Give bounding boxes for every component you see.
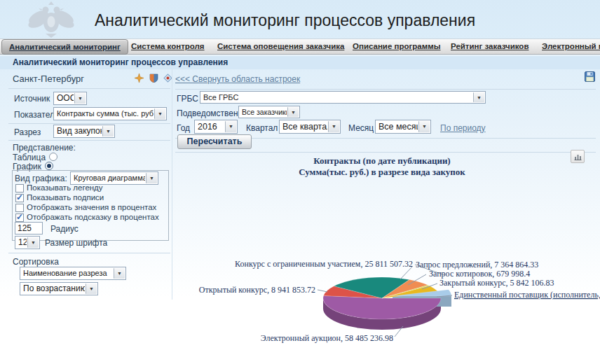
chevron-down-icon: ▼ bbox=[146, 173, 157, 183]
chevron-down-icon: ▼ bbox=[27, 237, 39, 248]
chevron-down-icon: ▼ bbox=[114, 268, 125, 279]
checkbox-tooltip-percent-label: Отображать подсказку в процентах bbox=[27, 213, 159, 221]
pie-slice-label[interactable]: Единственный поставщик (исполнитель, под… bbox=[454, 290, 600, 300]
year-select[interactable]: 2016 ▼ bbox=[194, 120, 238, 134]
pie-slice-label: Открытый конкурс, 8 941 853.72 bbox=[199, 285, 315, 295]
source-select[interactable]: ООС ▼ bbox=[53, 92, 87, 105]
chevron-down-icon: ▼ bbox=[225, 121, 236, 132]
radio-chart[interactable] bbox=[45, 162, 53, 170]
font-size-select[interactable]: 12 ▼ bbox=[15, 236, 40, 249]
save-icon[interactable] bbox=[585, 71, 595, 85]
grbs-select[interactable]: Все ГРБС ▼ bbox=[200, 91, 486, 104]
leader-line bbox=[318, 290, 327, 292]
checkbox-show-labels-label: Показывать подписи bbox=[27, 193, 104, 202]
pie-slice-label: Электронный аукцион, 58 485 236.98 bbox=[261, 333, 393, 343]
checkbox-values-percent[interactable] bbox=[15, 204, 24, 212]
page-title: Аналитический мониторинг процессов управ… bbox=[95, 11, 475, 30]
chart-title-line2: Сумма(тыс. руб.) в разрезе вида закупок bbox=[174, 167, 590, 178]
tab-program-description[interactable]: Описание программы bbox=[353, 40, 441, 53]
pie-slice-label: Запрос котировок, 679 998.4 bbox=[429, 269, 530, 279]
source-select-value: ООС bbox=[57, 92, 74, 104]
view-label: Представление: bbox=[13, 143, 76, 153]
grbs-select-value: Все ГРБС bbox=[203, 92, 472, 103]
chart-type-select-value: Круговая диаграмма bbox=[74, 172, 145, 184]
radio-table[interactable] bbox=[49, 153, 57, 161]
chevron-down-icon: ▼ bbox=[154, 108, 165, 119]
chart-area: Контракты (по дате публикации) Сумма(тыс… bbox=[174, 147, 600, 364]
gold-star-icon[interactable] bbox=[135, 73, 144, 85]
chevron-down-icon: ▼ bbox=[102, 126, 114, 136]
tab-customer-notification[interactable]: Система оповещения заказчика bbox=[217, 40, 344, 53]
chart-title-line1: Контракты (по дате публикации) bbox=[174, 155, 590, 167]
sort-order-select[interactable]: По возрастанию ▼ bbox=[20, 282, 98, 295]
dimension-label: Разрез bbox=[14, 127, 41, 137]
quarter-select-value: Все кварталы bbox=[282, 120, 327, 133]
dimension-select[interactable]: Вид закупок ▼ bbox=[53, 125, 115, 138]
pie-chart[interactable]: Электронный аукцион, 58 485 236.98Открыт… bbox=[174, 147, 600, 364]
font-size-select-value: 12 bbox=[18, 237, 27, 248]
sort-label: Сортировка bbox=[13, 257, 59, 267]
chevron-down-icon: ▼ bbox=[74, 93, 86, 104]
breadcrumb-bar: Аналитический мониторинг процессов управ… bbox=[0, 55, 600, 69]
indicator-select-value: Контракты сумма (тыс. руб.) bbox=[57, 108, 154, 120]
sort-field-select-value: Наименование разреза bbox=[23, 267, 113, 279]
shield-icon[interactable] bbox=[149, 73, 158, 85]
app-window: Аналитический мониторинг процессов управ… bbox=[0, 0, 600, 364]
tab-electronic-shop[interactable]: Электронный магазин bbox=[542, 40, 600, 53]
tab-control-system[interactable]: Система контроля bbox=[131, 40, 205, 53]
subordinate-select-value: Все заказчики bbox=[242, 106, 287, 118]
source-label: Источник bbox=[14, 94, 50, 104]
tab-customer-rating[interactable]: Рейтинг заказчиков bbox=[451, 40, 529, 53]
year-label: Год bbox=[177, 123, 190, 133]
breadcrumb: Аналитический мониторинг процессов управ… bbox=[0, 56, 600, 69]
grbs-label: ГРБС bbox=[177, 94, 198, 104]
sort-order-select-value: По возрастанию bbox=[23, 283, 85, 295]
chevron-down-icon: ▼ bbox=[473, 92, 484, 102]
checkbox-show-labels[interactable] bbox=[15, 194, 24, 202]
font-size-label: Размер шрифта bbox=[45, 238, 107, 248]
checkbox-show-legend-label: Показывать легенду bbox=[27, 183, 103, 192]
collapse-settings-link[interactable]: <<< Свернуть область настроек bbox=[175, 74, 300, 84]
radius-label: Радиус bbox=[50, 224, 79, 234]
indicator-label: Показатели bbox=[14, 110, 60, 120]
checkbox-show-legend[interactable] bbox=[15, 184, 24, 192]
pie-slice-label: Конкурс с ограниченным участием, 25 811 … bbox=[235, 259, 413, 269]
nav-bar: Аналитический мониторинг Система контрол… bbox=[0, 38, 600, 55]
checkbox-tooltip-percent[interactable] bbox=[15, 214, 24, 222]
pie-slice-label: Закрытый конкурс, 5 842 106.83 bbox=[439, 278, 554, 288]
chart-kind-label: Вид графика: bbox=[15, 174, 67, 183]
radius-input[interactable] bbox=[15, 222, 43, 234]
coat-of-arms-icon bbox=[21, 1, 81, 41]
month-select[interactable]: Все месяцы ▼ bbox=[375, 120, 431, 134]
indicator-select[interactable]: Контракты сумма (тыс. руб.) ▼ bbox=[53, 107, 167, 120]
tab-analytical-monitoring[interactable]: Аналитический мониторинг bbox=[1, 39, 128, 55]
chevron-down-icon: ▼ bbox=[287, 107, 299, 117]
chevron-down-icon: ▼ bbox=[418, 121, 430, 132]
checkbox-values-percent-label: Отображать значения в процентах bbox=[27, 203, 156, 211]
radio-table-label: Таблица bbox=[13, 153, 46, 162]
month-label: Месяц bbox=[348, 123, 374, 133]
export-chart-button[interactable] bbox=[571, 150, 585, 163]
quarter-label: Квартал bbox=[246, 123, 278, 133]
chevron-down-icon: ▼ bbox=[86, 284, 97, 294]
sort-field-select[interactable]: Наименование разреза ▼ bbox=[20, 267, 126, 280]
year-select-value: 2016 bbox=[198, 120, 224, 133]
pie-slice-label: Запрос предложений, 7 364 864.33 bbox=[416, 260, 538, 270]
download-chart-icon bbox=[574, 153, 582, 160]
quarter-select[interactable]: Все кварталы ▼ bbox=[279, 120, 341, 134]
chevron-down-icon: ▼ bbox=[328, 121, 339, 132]
period-link[interactable]: По периоду bbox=[440, 123, 486, 133]
region-label: Санкт-Петербург bbox=[13, 74, 84, 84]
subordinate-select[interactable]: Все заказчики ▼ bbox=[238, 106, 300, 118]
month-select-value: Все месяцы bbox=[379, 120, 418, 133]
dimension-select-value: Вид закупок bbox=[57, 125, 102, 137]
